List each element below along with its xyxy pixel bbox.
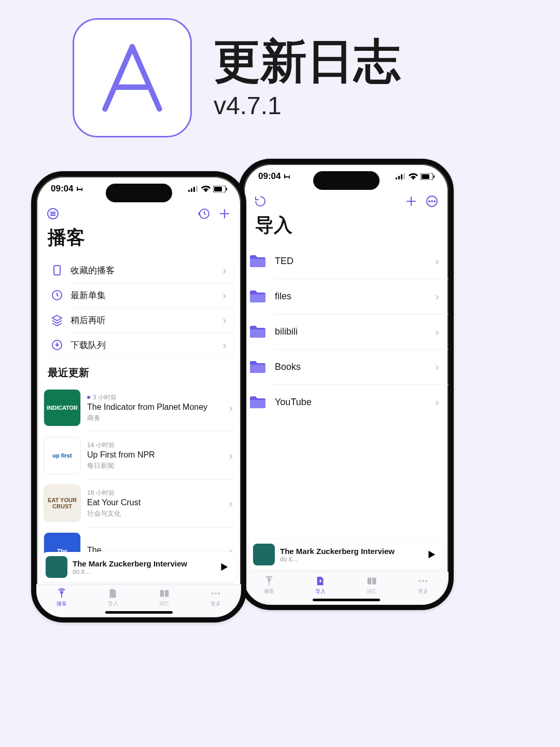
folder-label: YouTube xyxy=(275,397,426,408)
more-circle-icon[interactable] xyxy=(425,194,439,209)
app-icon xyxy=(73,18,192,137)
status-time: 09:04 xyxy=(51,184,73,194)
folder-label: files xyxy=(275,291,426,302)
mini-player-subtitle: do it… xyxy=(73,568,213,575)
folder-row[interactable]: TED xyxy=(244,243,449,279)
mini-player-subtitle: do it… xyxy=(280,556,421,563)
add-icon[interactable] xyxy=(217,206,232,221)
folder-row[interactable]: Books xyxy=(244,349,449,384)
tab-vocab[interactable]: 词汇 xyxy=(366,575,378,595)
folder-icon xyxy=(249,289,267,303)
chevron-right-icon xyxy=(228,452,234,459)
tab-more[interactable]: 更多 xyxy=(209,588,222,607)
play-icon[interactable] xyxy=(426,549,437,560)
mini-player[interactable]: The Mark Zuckerberg Interview do it… xyxy=(41,552,236,582)
svg-point-15 xyxy=(218,592,220,594)
tab-podcast[interactable]: 播客 xyxy=(263,575,275,595)
tab-more[interactable]: 更多 xyxy=(417,575,429,595)
tab-import[interactable]: 导入 xyxy=(107,588,119,607)
chevron-right-icon xyxy=(221,342,228,348)
folder-icon xyxy=(249,395,267,409)
episode-art: EAT YOUR CRUST xyxy=(44,485,81,522)
chevron-right-icon xyxy=(221,292,228,298)
bed-icon xyxy=(76,186,85,192)
mini-player-title: The Mark Zuckerberg Interview xyxy=(280,547,421,556)
svg-rect-5 xyxy=(214,187,222,191)
episode-art: INDICATOR xyxy=(44,389,81,426)
chevron-right-icon xyxy=(221,317,228,323)
folder-label: TED xyxy=(275,256,426,267)
folder-icon xyxy=(249,254,267,268)
episode-row[interactable]: EAT YOUR CRUST16 小时前Eat Your Crust社会与文化 xyxy=(36,479,241,527)
podcast-menu-card: 收藏的播客 最新单集 稍后再听 下载队列 xyxy=(44,258,234,357)
phone-mock-left: 09:04 播客 收藏的播客 xyxy=(31,171,246,622)
svg-rect-0 xyxy=(188,190,190,192)
episode-time: 3 小时前 xyxy=(87,393,221,402)
svg-rect-6 xyxy=(226,188,227,190)
home-indicator xyxy=(105,611,173,614)
mini-player-title: The Mark Zuckerberg Interview xyxy=(73,559,213,568)
folder-label: bilibili xyxy=(275,326,426,337)
bookmark-icon xyxy=(51,264,63,276)
svg-rect-19 xyxy=(403,173,405,179)
mini-player[interactable]: The Mark Zuckerberg Interview do it… xyxy=(249,540,443,570)
svg-rect-21 xyxy=(422,174,429,179)
svg-point-12 xyxy=(61,591,63,593)
recent-updates-header: 最近更新 xyxy=(36,365,241,384)
menu-row-downloads[interactable]: 下载队列 xyxy=(44,333,234,357)
episode-time: 14 小时前 xyxy=(87,441,221,450)
svg-rect-1 xyxy=(191,188,192,192)
episode-row[interactable]: INDICATOR3 小时前The Indicator from Planet … xyxy=(36,384,241,432)
status-time: 09:04 xyxy=(258,171,281,182)
menu-row-later[interactable]: 稍后再听 xyxy=(44,308,234,333)
svg-rect-18 xyxy=(401,174,402,179)
svg-rect-17 xyxy=(398,176,400,179)
nav-row xyxy=(36,203,241,222)
chevron-right-icon xyxy=(434,293,440,299)
chevron-right-icon xyxy=(434,328,440,335)
stack-icon xyxy=(51,314,63,326)
notch xyxy=(313,171,380,190)
episode-title: The Indicator from Planet Money xyxy=(87,402,221,412)
svg-rect-16 xyxy=(396,177,397,179)
battery-icon xyxy=(213,186,228,192)
svg-point-26 xyxy=(434,201,435,202)
episode-category: 每日新闻 xyxy=(87,461,221,471)
svg-point-24 xyxy=(429,201,430,202)
cellular-icon xyxy=(188,186,199,192)
home-indicator xyxy=(313,599,380,601)
new-dot xyxy=(87,396,90,399)
refresh-icon[interactable] xyxy=(253,194,268,209)
tab-podcast[interactable]: 播客 xyxy=(55,588,68,607)
chevron-right-icon xyxy=(434,258,440,264)
tab-import[interactable]: 导入 xyxy=(314,575,327,595)
folder-row[interactable]: files xyxy=(244,279,449,314)
changelog-title: 更新日志 xyxy=(214,36,400,87)
episode-art: up first xyxy=(44,437,81,474)
tab-vocab[interactable]: 词汇 xyxy=(158,588,171,607)
svg-point-30 xyxy=(425,580,427,582)
history-icon[interactable] xyxy=(197,206,211,221)
folders-list: TEDfilesbilibiliBooksYouTube xyxy=(244,243,449,420)
folder-row[interactable]: YouTube xyxy=(244,384,449,420)
svg-rect-3 xyxy=(196,186,198,192)
menu-icon[interactable] xyxy=(46,206,60,221)
wifi-icon xyxy=(409,173,418,179)
episode-title: Up First from NPR xyxy=(87,450,221,460)
episode-row[interactable]: up first14 小时前Up First from NPR每日新闻 xyxy=(36,432,241,479)
episode-category: 社会与文化 xyxy=(87,509,221,518)
menu-row-latest[interactable]: 最新单集 xyxy=(44,283,234,308)
mini-player-art xyxy=(46,556,67,578)
folder-row[interactable]: bilibili xyxy=(244,314,449,349)
svg-point-29 xyxy=(422,580,424,582)
notch xyxy=(106,184,172,202)
cellular-icon xyxy=(396,173,406,179)
episodes-list: INDICATOR3 小时前The Indicator from Planet … xyxy=(36,384,241,575)
nav-row xyxy=(244,191,449,210)
add-icon[interactable] xyxy=(404,194,418,209)
play-icon[interactable] xyxy=(218,561,230,573)
chevron-right-icon xyxy=(434,364,440,370)
menu-row-favorites[interactable]: 收藏的播客 xyxy=(44,258,234,283)
svg-point-28 xyxy=(418,580,421,582)
svg-point-25 xyxy=(431,201,432,202)
